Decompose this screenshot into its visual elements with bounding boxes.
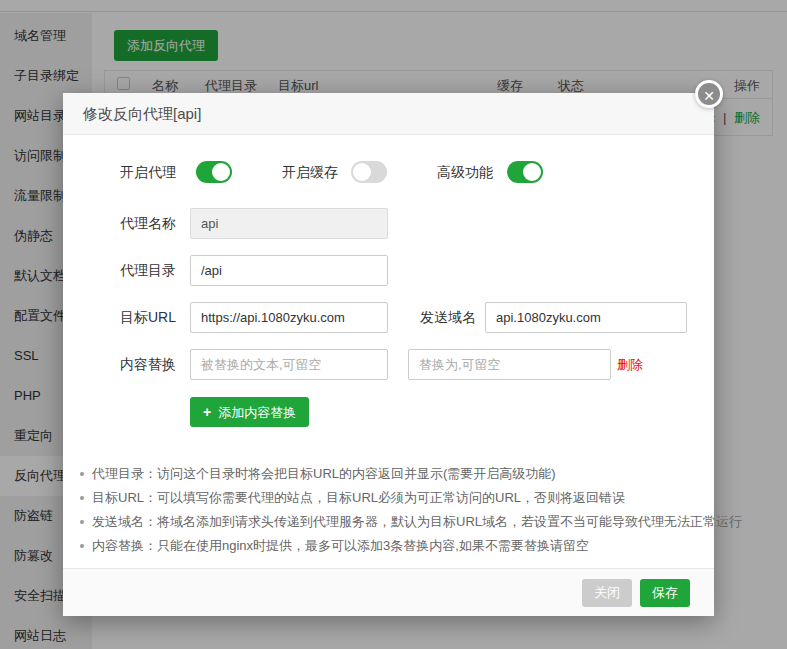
proxy-name-label: 代理名称 <box>120 208 176 239</box>
replace-to-field[interactable] <box>408 349 611 380</box>
tip-send-domain: 发送域名：将域名添加到请求头传递到代理服务器，默认为目标URL域名，若设置不当可… <box>63 510 714 534</box>
toggles-row: 开启代理 开启缓存 高级功能 <box>63 161 714 185</box>
add-content-replace-button[interactable]: +添加内容替换 <box>190 397 309 427</box>
target-url-row: 目标URL 发送域名 <box>63 302 714 333</box>
proxy-dir-row: 代理目录 <box>63 255 714 286</box>
help-tips: 代理目录：访问这个目录时将会把目标URL的内容返回并显示(需要开启高级功能) 目… <box>63 462 714 558</box>
plus-icon: + <box>203 404 211 420</box>
modal-title: 修改反向代理[api] <box>63 93 714 135</box>
tip-content-replace: 内容替换：只能在使用nginx时提供，最多可以添加3条替换内容,如果不需要替换请… <box>63 534 714 558</box>
modal-footer: 关闭 保存 <box>63 568 714 616</box>
proxy-dir-field[interactable] <box>190 255 388 286</box>
target-url-field[interactable] <box>190 302 388 333</box>
toggle-knob <box>523 163 541 181</box>
enable-proxy-label: 开启代理 <box>120 161 176 183</box>
enable-cache-label: 开启缓存 <box>282 161 338 183</box>
proxy-dir-label: 代理目录 <box>120 255 176 286</box>
delete-replace-link[interactable]: 删除 <box>617 349 643 380</box>
tip-proxy-dir: 代理目录：访问这个目录时将会把目标URL的内容返回并显示(需要开启高级功能) <box>63 462 714 486</box>
proxy-name-row: 代理名称 <box>63 208 714 239</box>
target-url-label: 目标URL <box>120 302 176 333</box>
enable-proxy-toggle[interactable] <box>196 161 232 183</box>
send-domain-label: 发送域名 <box>420 302 476 333</box>
toggle-knob <box>212 163 230 181</box>
advanced-feature-toggle[interactable] <box>507 161 543 183</box>
close-button[interactable]: 关闭 <box>582 579 632 607</box>
add-content-replace-label: 添加内容替换 <box>218 405 296 420</box>
save-button[interactable]: 保存 <box>640 579 690 607</box>
content-replace-row: 内容替换 删除 <box>63 349 714 380</box>
enable-cache-toggle[interactable] <box>351 161 387 183</box>
edit-reverse-proxy-modal: 修改反向代理[api] ✕ 开启代理 开启缓存 高级功能 代理名称 代理目录 目… <box>63 93 714 616</box>
proxy-name-field[interactable] <box>190 208 388 239</box>
send-domain-field[interactable] <box>485 302 687 333</box>
tip-target-url: 目标URL：可以填写你需要代理的站点，目标URL必须为可正常访问的URL，否则将… <box>63 486 714 510</box>
advanced-feature-label: 高级功能 <box>437 161 493 183</box>
replace-from-field[interactable] <box>190 349 388 380</box>
content-replace-label: 内容替换 <box>120 349 176 380</box>
toggle-knob <box>353 163 371 181</box>
close-icon[interactable]: ✕ <box>695 80 723 108</box>
